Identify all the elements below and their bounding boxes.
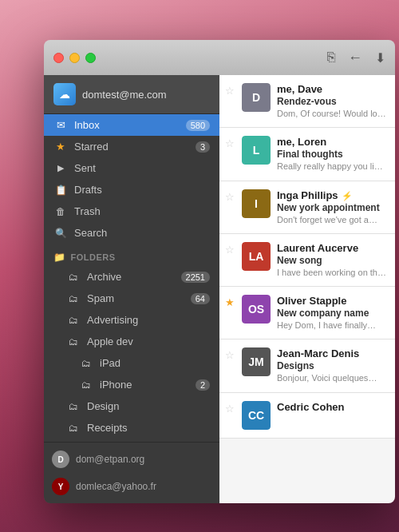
email-subject: Final thoughts bbox=[277, 149, 387, 160]
appledev-label: Apple dev bbox=[87, 335, 210, 347]
advertising-folder-icon: 🗂 bbox=[66, 315, 81, 326]
avatar-circle: D bbox=[242, 83, 271, 112]
trash-icon: 🗑 bbox=[53, 206, 68, 217]
sidebar: ☁ domtest@me.com ✉ Inbox 580 ★ Starred 3… bbox=[44, 75, 219, 503]
email-item[interactable]: ☆ D me, Dave Rendez-vous Dom, Of course!… bbox=[219, 75, 395, 128]
star-icon[interactable]: ★ bbox=[224, 295, 235, 331]
email-content: me, Loren Final thoughts Really really h… bbox=[277, 136, 387, 172]
titlebar: ⎘ ← ⬇ bbox=[44, 40, 395, 75]
star-icon[interactable]: ☆ bbox=[224, 136, 235, 172]
folders-section-header: 📁 Folders bbox=[44, 244, 219, 266]
sidebar-item-spam[interactable]: 🗂 Spam 64 bbox=[44, 288, 219, 309]
ipad-folder-icon: 🗂 bbox=[79, 358, 93, 369]
email-preview: Hey Dom, I have finally found the nam th… bbox=[277, 320, 387, 331]
minimize-button[interactable] bbox=[69, 53, 80, 63]
archive-label: Archive bbox=[87, 271, 181, 283]
email-item[interactable]: ☆ I Inga Phillips ⚡ New york appointment… bbox=[219, 181, 395, 234]
folders-section-label: Folders bbox=[71, 252, 116, 262]
folders-section-icon: 📁 bbox=[53, 252, 66, 263]
account-cloud-icon: ☁ bbox=[53, 83, 76, 105]
email-content: Inga Phillips ⚡ New york appointment Don… bbox=[277, 189, 387, 225]
account-header[interactable]: ☁ domtest@me.com bbox=[44, 75, 219, 114]
starred-label: Starred bbox=[74, 141, 196, 153]
star-icon[interactable]: ☆ bbox=[224, 401, 235, 430]
email-content: Laurent Aucerve New song I have been wor… bbox=[277, 242, 387, 278]
receipts-folder-icon: 🗂 bbox=[66, 423, 81, 434]
traffic-lights bbox=[53, 53, 96, 63]
drafts-icon: 📋 bbox=[53, 185, 68, 196]
email-item[interactable]: ☆ CC Cedric Cohen bbox=[219, 393, 395, 439]
avatar-circle: L bbox=[242, 136, 271, 165]
starred-count: 3 bbox=[196, 141, 210, 153]
sidebar-item-design[interactable]: 🗂 Design bbox=[44, 395, 219, 417]
sent-icon: ▶ bbox=[53, 163, 68, 173]
email-preview: Really really happy you like it. And def… bbox=[277, 161, 387, 172]
back-icon[interactable]: ← bbox=[348, 50, 362, 66]
email-item[interactable]: ★ OS Oliver Stapple New company name Hey… bbox=[219, 287, 395, 339]
email-subject: Rendez-vous bbox=[277, 96, 387, 107]
iphone-count: 2 bbox=[196, 379, 210, 391]
star-icon[interactable]: ☆ bbox=[224, 242, 235, 278]
email-list: ☆ D me, Dave Rendez-vous Dom, Of course!… bbox=[219, 75, 395, 503]
advertising-label: Advertising bbox=[87, 314, 210, 326]
star-icon[interactable]: ☆ bbox=[224, 83, 235, 119]
email-header-line: Jean-Marc Denis bbox=[277, 347, 387, 359]
email-avatar: L bbox=[242, 136, 271, 165]
avatar-circle: JM bbox=[242, 347, 271, 376]
email-sender: Jean-Marc Denis bbox=[277, 347, 359, 359]
inbox-count: 580 bbox=[186, 120, 210, 131]
email-header-line: me, Loren bbox=[277, 136, 387, 148]
iphone-label: iPhone bbox=[100, 379, 196, 391]
star-icon[interactable]: ☆ bbox=[224, 347, 235, 383]
archive-count: 2251 bbox=[181, 272, 210, 283]
sidebar-item-inbox[interactable]: ✉ Inbox 580 bbox=[44, 114, 219, 136]
email-header-line: Inga Phillips ⚡ bbox=[277, 189, 387, 201]
sidebar-item-starred[interactable]: ★ Starred 3 bbox=[44, 136, 219, 157]
mail-window: ⎘ ← ⬇ ☁ domtest@me.com ✉ Inbox 580 ★ bbox=[44, 40, 395, 503]
sidebar-item-receipts[interactable]: 🗂 Receipts bbox=[44, 417, 219, 439]
compose-icon[interactable]: ⎘ bbox=[327, 50, 335, 66]
sidebar-nav: ✉ Inbox 580 ★ Starred 3 ▶ Sent 📋 Drafts bbox=[44, 114, 219, 442]
email-avatar: I bbox=[242, 189, 271, 218]
archive-icon[interactable]: ⬇ bbox=[375, 50, 385, 66]
email-item[interactable]: ☆ L me, Loren Final thoughts Really real… bbox=[219, 128, 395, 181]
avatar-circle: LA bbox=[242, 242, 271, 271]
sidebar-item-drafts[interactable]: 📋 Drafts bbox=[44, 179, 219, 200]
etpan-avatar: D bbox=[52, 451, 69, 468]
sidebar-item-ipad[interactable]: 🗂 iPad bbox=[44, 352, 219, 374]
email-content: Oliver Stapple New company name Hey Dom,… bbox=[277, 295, 387, 331]
email-header-line: Laurent Aucerve bbox=[277, 242, 387, 254]
email-header-line: Oliver Stapple bbox=[277, 295, 387, 307]
email-item[interactable]: ☆ LA Laurent Aucerve New song I have bee… bbox=[219, 234, 395, 287]
star-icon[interactable]: ☆ bbox=[224, 189, 235, 225]
close-button[interactable] bbox=[53, 53, 64, 63]
sidebar-item-sent[interactable]: ▶ Sent bbox=[44, 157, 219, 179]
sidebar-bottom-accounts: D dom@etpan.org Y domleca@yahoo.fr bbox=[44, 442, 219, 503]
trash-label: Trash bbox=[74, 205, 210, 217]
yahoo-address: domleca@yahoo.fr bbox=[76, 481, 156, 492]
email-preview: Don't forget we've got a meeting on tu m… bbox=[277, 214, 387, 225]
yahoo-avatar: Y bbox=[52, 478, 69, 495]
design-folder-icon: 🗂 bbox=[66, 401, 81, 412]
sidebar-item-test1[interactable]: 🗂 Test 1 8 bbox=[44, 439, 219, 442]
sidebar-bottom-etpan[interactable]: D dom@etpan.org bbox=[44, 446, 219, 473]
sidebar-item-advertising[interactable]: 🗂 Advertising bbox=[44, 309, 219, 331]
sidebar-item-archive[interactable]: 🗂 Archive 2251 bbox=[44, 266, 219, 288]
archive-folder-icon: 🗂 bbox=[66, 272, 81, 283]
sidebar-item-trash[interactable]: 🗑 Trash bbox=[44, 200, 219, 222]
email-avatar: LA bbox=[242, 242, 271, 271]
sidebar-bottom-yahoo[interactable]: Y domleca@yahoo.fr bbox=[44, 473, 219, 500]
email-preview: I have been working on this song for a d… bbox=[277, 267, 387, 278]
sidebar-item-search[interactable]: 🔍 Search bbox=[44, 222, 219, 244]
search-label: Search bbox=[74, 227, 210, 239]
sidebar-item-appledev[interactable]: 🗂 Apple dev bbox=[44, 331, 219, 352]
sidebar-item-iphone[interactable]: 🗂 iPhone 2 bbox=[44, 374, 219, 395]
email-avatar: D bbox=[242, 83, 271, 112]
maximize-button[interactable] bbox=[85, 53, 96, 63]
appledev-folder-icon: 🗂 bbox=[66, 336, 81, 347]
email-header-line: me, Dave bbox=[277, 83, 387, 95]
email-subject: New york appointment bbox=[277, 202, 387, 213]
iphone-folder-icon: 🗂 bbox=[79, 379, 93, 391]
email-avatar: JM bbox=[242, 347, 271, 376]
email-item[interactable]: ☆ JM Jean-Marc Denis Designs Bonjour, Vo… bbox=[219, 339, 395, 392]
